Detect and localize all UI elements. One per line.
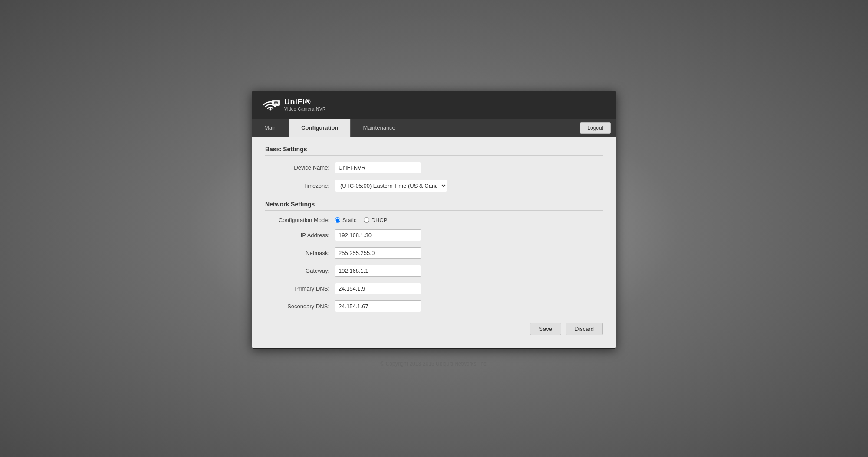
app-window: UniFi® Video Camera NVR Main Configurati…: [252, 91, 616, 349]
primary-dns-label: Primary DNS:: [265, 285, 335, 292]
secondary-dns-label: Secondary DNS:: [265, 303, 335, 310]
timezone-select[interactable]: (UTC-05:00) Eastern Time (US & Canada) (…: [335, 180, 447, 192]
tab-maintenance[interactable]: Maintenance: [351, 119, 408, 137]
ip-address-row: IP Address:: [265, 229, 603, 241]
config-mode-row: Configuration Mode: Static DHCP: [265, 217, 603, 223]
radio-dhcp-label: DHCP: [372, 217, 388, 223]
svg-point-3: [275, 101, 277, 104]
logo-area: UniFi® Video Camera NVR: [259, 96, 326, 114]
primary-dns-row: Primary DNS:: [265, 283, 603, 294]
ip-address-label: IP Address:: [265, 232, 335, 238]
save-button[interactable]: Save: [530, 323, 561, 335]
copyright-text: © Copyright 2013-2015 Ubiquiti Networks,…: [381, 361, 488, 367]
nav-spacer: [408, 119, 575, 137]
content-area: Basic Settings Device Name: Timezone: (U…: [252, 137, 616, 348]
timezone-row: Timezone: (UTC-05:00) Eastern Time (US &…: [265, 180, 603, 192]
gateway-row: Gateway:: [265, 265, 603, 277]
netmask-input[interactable]: [335, 247, 421, 259]
radio-dhcp[interactable]: [364, 217, 369, 223]
config-mode-label: Configuration Mode:: [265, 217, 335, 223]
device-name-input[interactable]: [335, 162, 421, 173]
device-name-row: Device Name:: [265, 162, 603, 173]
form-footer: Save Discard: [265, 323, 603, 335]
logout-button[interactable]: Logout: [580, 122, 611, 134]
device-name-label: Device Name:: [265, 164, 335, 171]
secondary-dns-input[interactable]: [335, 300, 421, 312]
netmask-label: Netmask:: [265, 250, 335, 256]
secondary-dns-row: Secondary DNS:: [265, 300, 603, 312]
radio-static[interactable]: [335, 217, 340, 223]
basic-settings-section: Basic Settings Device Name: Timezone: (U…: [265, 146, 603, 192]
radio-dhcp-option[interactable]: DHCP: [364, 217, 388, 223]
radio-static-label: Static: [342, 217, 357, 223]
unifi-logo-icon: [259, 96, 282, 114]
basic-settings-title: Basic Settings: [265, 146, 603, 156]
gateway-input[interactable]: [335, 265, 421, 277]
logo-sub-label: Video Camera NVR: [284, 107, 326, 111]
svg-point-0: [270, 108, 272, 110]
primary-dns-input[interactable]: [335, 283, 421, 294]
radio-static-option[interactable]: Static: [335, 217, 357, 223]
config-mode-radio-group: Static DHCP: [335, 217, 387, 223]
logo-text: UniFi® Video Camera NVR: [284, 98, 326, 111]
network-settings-title: Network Settings: [265, 201, 603, 211]
timezone-label: Timezone:: [265, 183, 335, 189]
header-bar: UniFi® Video Camera NVR: [252, 91, 616, 119]
ip-address-input[interactable]: [335, 229, 421, 241]
netmask-row: Netmask:: [265, 247, 603, 259]
logo-unifi-label: UniFi®: [284, 98, 326, 107]
discard-button[interactable]: Discard: [566, 323, 603, 335]
nav-bar: Main Configuration Maintenance Logout: [252, 119, 616, 137]
network-settings-section: Network Settings Configuration Mode: Sta…: [265, 201, 603, 312]
tab-main[interactable]: Main: [252, 119, 289, 137]
gateway-label: Gateway:: [265, 268, 335, 274]
tab-configuration[interactable]: Configuration: [289, 119, 351, 137]
